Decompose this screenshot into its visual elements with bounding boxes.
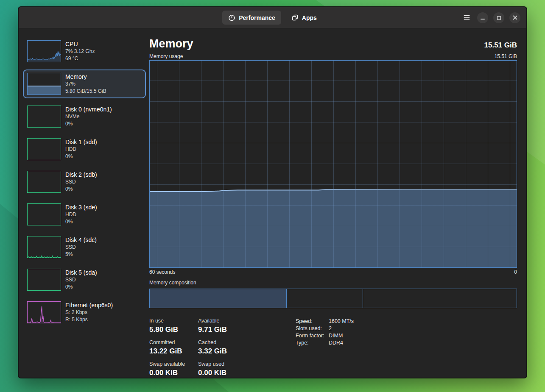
tab-apps-label: Apps — [302, 14, 317, 21]
disk3-type: HDD — [65, 211, 97, 218]
desktop-wallpaper: Performance Apps — [0, 0, 545, 392]
close-icon — [513, 15, 517, 21]
ethernet-title: Ethernet (enp6s0) — [65, 302, 113, 309]
disk4-usage: 5% — [65, 251, 97, 258]
info-speed: Speed: 1600 MT/s — [296, 318, 354, 325]
stat-available: Available 9.71 GiB — [198, 318, 254, 334]
info-form-factor: Form factor: DIMM — [296, 332, 354, 339]
gauge-icon — [228, 14, 235, 21]
stat-committed: Committed 13.22 GiB — [149, 339, 198, 356]
sidebar-item-memory[interactable]: Memory 37% 5.80 GiB/15.5 GiB — [23, 70, 146, 98]
tab-apps[interactable]: Apps — [285, 11, 323, 25]
disk0-title: Disk 0 (nvme0n1) — [65, 106, 112, 113]
maximize-button[interactable] — [493, 12, 504, 23]
disk3-usage: 0% — [65, 218, 97, 225]
disk4-type: SSD — [65, 244, 97, 251]
memory-percent: 37% — [65, 81, 106, 88]
disk4-title: Disk 4 (sdc) — [65, 236, 97, 244]
sidebar-item-cpu[interactable]: CPU 7% 3.12 Ghz 69 °C — [23, 37, 146, 66]
app-window: Performance Apps — [18, 6, 527, 378]
sidebar: CPU 7% 3.12 Ghz 69 °C Memory 37% 5.80 Gi… — [19, 28, 146, 378]
composition-segment-free — [363, 289, 517, 308]
composition-segment-in-use — [150, 289, 287, 308]
sidebar-item-disk2[interactable]: Disk 2 (sdb) SSD 0% — [23, 167, 146, 196]
minimize-button[interactable] — [477, 12, 488, 23]
maximize-icon — [497, 16, 501, 20]
usage-chart-label: Memory usage — [149, 53, 183, 59]
disk5-thumbnail — [27, 269, 61, 291]
memory-usage-chart — [149, 60, 517, 268]
disk1-type: HDD — [65, 146, 97, 153]
info-type: Type: DDR4 — [296, 339, 354, 347]
disk5-title: Disk 5 (sda) — [65, 269, 97, 276]
page-title: Memory — [149, 37, 193, 50]
disk5-usage: 0% — [65, 284, 97, 291]
ethernet-send: S: 2 Kbps — [65, 309, 113, 316]
memory-thumbnail — [27, 73, 61, 95]
disk5-type: SSD — [65, 276, 97, 284]
menu-button[interactable] — [461, 12, 472, 23]
stat-cached: Cached 3.32 GiB — [198, 339, 254, 356]
stat-in-use: In use 5.80 GiB — [149, 318, 198, 334]
cpu-title: CPU — [65, 41, 95, 48]
titlebar: Performance Apps — [19, 7, 526, 28]
usage-chart-max: 15.51 GiB — [495, 53, 517, 59]
hamburger-icon — [464, 15, 470, 21]
disk2-title: Disk 2 (sdb) — [65, 171, 97, 178]
stat-swap-available: Swap available 0.00 KiB — [149, 361, 198, 377]
sidebar-item-disk1[interactable]: Disk 1 (sdd) HDD 0% — [23, 135, 146, 164]
disk3-title: Disk 3 (sde) — [65, 204, 97, 211]
stat-swap-used: Swap used 0.00 KiB — [198, 361, 254, 377]
view-switcher: Performance Apps — [222, 11, 323, 25]
composition-segment-modified-cached — [287, 289, 363, 308]
sidebar-item-ethernet[interactable]: Ethernet (enp6s0) S: 2 Kbps R: 5 Kbps — [23, 298, 146, 327]
disk0-type: NVMe — [65, 113, 112, 120]
cpu-thumbnail — [27, 40, 61, 62]
x-axis-right-label: 0 — [514, 269, 517, 275]
apps-icon — [291, 14, 299, 21]
cpu-temp: 69 °C — [65, 55, 95, 62]
sidebar-item-disk3[interactable]: Disk 3 (sde) HDD 0% — [23, 200, 146, 229]
x-axis-left-label: 60 seconds — [149, 269, 175, 275]
disk0-thumbnail — [27, 106, 61, 128]
sidebar-item-disk5[interactable]: Disk 5 (sda) SSD 0% — [23, 265, 146, 294]
composition-label: Memory composition — [149, 280, 517, 286]
memory-panel: Memory 15.51 GiB Memory usage 15.51 GiB … — [146, 28, 526, 378]
sidebar-item-disk4[interactable]: Disk 4 (sdc) SSD 5% — [23, 233, 146, 261]
memory-stats: In use 5.80 GiB Available 9.71 GiB Commi… — [149, 318, 254, 378]
memory-amount: 5.80 GiB/15.5 GiB — [65, 88, 106, 95]
cpu-usage: 7% 3.12 Ghz — [65, 48, 95, 55]
memory-title: Memory — [65, 73, 106, 81]
tab-performance[interactable]: Performance — [222, 11, 281, 25]
disk2-thumbnail — [27, 171, 61, 193]
window-controls — [461, 7, 520, 28]
minimize-icon — [481, 19, 485, 19]
disk4-thumbnail — [27, 236, 61, 258]
total-memory: 15.51 GiB — [484, 41, 517, 50]
memory-hardware-info: Speed: 1600 MT/s Slots used: 2 Form fact… — [296, 318, 354, 378]
disk0-usage: 0% — [65, 120, 112, 128]
ethernet-receive: R: 5 Kbps — [65, 316, 113, 323]
tab-performance-label: Performance — [239, 14, 275, 21]
memory-composition-bar — [149, 289, 517, 308]
sidebar-item-disk0[interactable]: Disk 0 (nvme0n1) NVMe 0% — [23, 102, 146, 131]
usage-area — [150, 61, 517, 267]
info-slots: Slots used: 2 — [296, 325, 354, 332]
ethernet-thumbnail — [27, 301, 61, 323]
disk2-type: SSD — [65, 178, 97, 186]
disk1-title: Disk 1 (sdd) — [65, 139, 97, 146]
disk2-usage: 0% — [65, 186, 97, 193]
disk1-thumbnail — [27, 138, 61, 160]
disk3-thumbnail — [27, 203, 61, 225]
disk1-usage: 0% — [65, 153, 97, 160]
close-button[interactable] — [509, 12, 520, 23]
